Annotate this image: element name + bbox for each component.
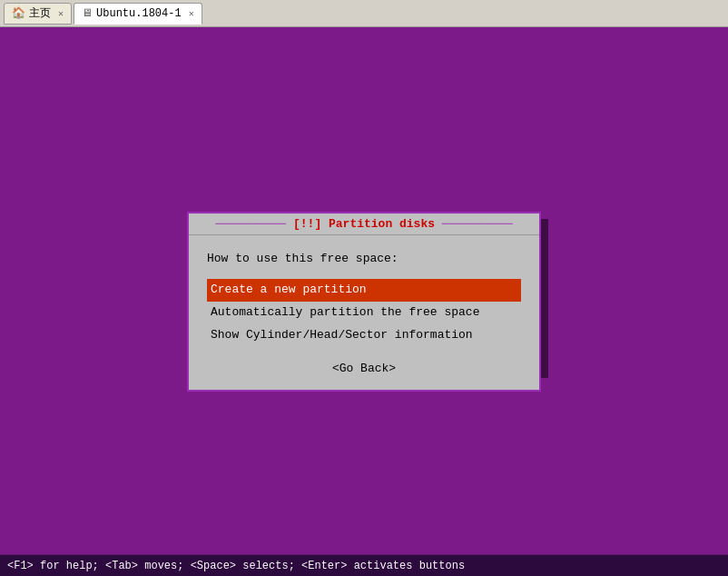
tab-ubuntu[interactable]: 🖥 Ubuntu.1804-1 ✕ xyxy=(74,3,202,25)
menu-item-auto[interactable]: Automatically partition the free space xyxy=(207,302,521,324)
dialog-body: How to use this free space: Create a new… xyxy=(189,235,539,390)
main-area: [!!] Partition disks How to use this fre… xyxy=(0,27,728,554)
dialog-actions: <Go Back> xyxy=(207,362,521,375)
dialog-question: How to use this free space: xyxy=(207,250,521,269)
home-icon: 🏠 xyxy=(12,6,25,20)
terminal-icon: 🖥 xyxy=(82,6,93,20)
tab-home[interactable]: 🏠 主页 ✕ xyxy=(4,3,72,25)
tab-home-label: 主页 xyxy=(29,5,51,21)
tab-home-close[interactable]: ✕ xyxy=(58,8,64,19)
tab-ubuntu-close[interactable]: ✕ xyxy=(189,8,194,19)
tab-bar: 🏠 主页 ✕ 🖥 Ubuntu.1804-1 ✕ xyxy=(0,0,728,27)
status-bar-text: <F1> for help; <Tab> moves; <Space> sele… xyxy=(7,560,465,572)
dialog-title-text: [!!] Partition disks xyxy=(293,217,435,231)
go-back-button[interactable]: <Go Back> xyxy=(332,362,396,375)
status-bar: <F1> for help; <Tab> moves; <Space> sele… xyxy=(0,554,728,576)
tab-ubuntu-label: Ubuntu.1804-1 xyxy=(96,7,182,20)
menu-item-create[interactable]: Create a new partition xyxy=(207,279,521,302)
dialog-title: [!!] Partition disks xyxy=(189,214,539,235)
menu-item-cylinder[interactable]: Show Cylinder/Head/Sector information xyxy=(207,324,521,347)
partition-dialog: [!!] Partition disks How to use this fre… xyxy=(187,212,541,392)
